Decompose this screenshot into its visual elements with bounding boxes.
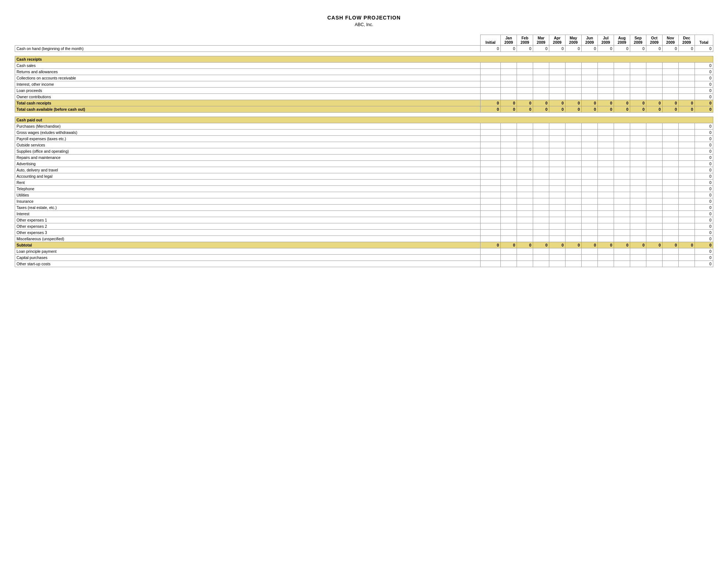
other-exp1-row: Other expenses 1 0 [15,217,713,223]
supplies-label: Supplies (office and operating) [15,148,481,155]
purchases-label: Purchases (Merchandise) [15,123,481,130]
gross-wages-total[interactable]: 0 [695,130,713,136]
dec-col-header: Dec2009 [679,35,695,46]
cash-on-hand-jul[interactable]: 0 [598,46,614,52]
jul-col-header: Jul2009 [598,35,614,46]
cash-on-hand-feb[interactable]: 0 [517,46,533,52]
cash-on-hand-apr[interactable]: 0 [549,46,565,52]
supplies-row: Supplies (office and operating) 0 [15,148,713,155]
misc-total[interactable]: 0 [695,236,713,242]
cash-on-hand-nov[interactable]: 0 [663,46,679,52]
label-col-header [15,35,481,46]
cash-paid-out-section-label: Cash paid out [15,117,713,123]
total-available-label: Total cash available (before cash out) [15,106,481,113]
cash-on-hand-dec[interactable]: 0 [679,46,695,52]
total-receipts-initial[interactable]: 0 [481,100,501,106]
cash-on-hand-jun[interactable]: 0 [582,46,598,52]
taxes-total[interactable]: 0 [695,205,713,211]
collections-total[interactable]: 0 [695,75,713,81]
other-exp2-row: Other expenses 2 0 [15,223,713,230]
interest-income-row: Interest, other income 0 [15,81,713,88]
cash-receipts-header-row: Cash receipts [15,56,713,63]
cash-paid-out-header-row: Cash paid out [15,117,713,123]
insurance-row: Insurance 0 [15,198,713,205]
initial-col-header: Initial [481,35,501,46]
subtotal-label: Subtotal [15,242,481,248]
total-available-total[interactable]: 0 [695,106,713,113]
may-col-header: May2009 [565,35,582,46]
auto-row: Auto, delivery and travel 0 [15,167,713,173]
cash-on-hand-total[interactable]: 0 [695,46,713,52]
repairs-total[interactable]: 0 [695,155,713,161]
taxes-label: Taxes (real estate, etc.) [15,205,481,211]
loan-proceeds-label: Loan proceeds [15,88,481,94]
other-exp1-total[interactable]: 0 [695,217,713,223]
total-receipts-total[interactable]: 0 [695,100,713,106]
cash-receipts-section-label: Cash receipts [15,56,713,63]
auto-total[interactable]: 0 [695,167,713,173]
subtotal-row: Subtotal 0 000 000 000 000 0 [15,242,713,248]
cash-on-hand-initial[interactable]: 0 [481,46,501,52]
cash-on-hand-sep[interactable]: 0 [630,46,646,52]
interest-row: Interest 0 [15,211,713,217]
utilities-label: Utilities [15,192,481,198]
loan-principle-label: Loan principle payment [15,248,481,255]
cash-on-hand-may[interactable]: 0 [565,46,582,52]
utilities-total[interactable]: 0 [695,192,713,198]
interest-total[interactable]: 0 [695,211,713,217]
other-exp3-label: Other expenses 3 [15,230,481,236]
loan-principle-total[interactable]: 0 [695,248,713,255]
other-exp2-total[interactable]: 0 [695,223,713,230]
returns-row: Returns and allowances 0 [15,69,713,75]
telephone-row: Telephone 0 [15,186,713,192]
payroll-label: Payroll expenses (taxes etc.) [15,136,481,142]
repairs-label: Repairs and maintenance [15,155,481,161]
payroll-total[interactable]: 0 [695,136,713,142]
supplies-total[interactable]: 0 [695,148,713,155]
rent-label: Rent [15,180,481,186]
total-available-initial[interactable]: 0 [481,106,501,113]
cash-sales-label: Cash sales [15,63,481,69]
loan-proceeds-total[interactable]: 0 [695,88,713,94]
owner-contributions-total[interactable]: 0 [695,94,713,100]
total-available-row: Total cash available (before cash out) 0… [15,106,713,113]
cash-on-hand-jan[interactable]: 0 [501,46,517,52]
accounting-total[interactable]: 0 [695,173,713,180]
subtotal-total[interactable]: 0 [695,242,713,248]
jun-col-header: Jun2009 [582,35,598,46]
returns-total[interactable]: 0 [695,69,713,75]
cash-sales-initial[interactable] [481,63,501,69]
total-cash-receipts-row: Total cash receipts 0 000 000 000 000 0 [15,100,713,106]
cash-on-hand-oct[interactable]: 0 [646,46,663,52]
misc-label: Miscellaneous (unspecified) [15,236,481,242]
cash-on-hand-aug[interactable]: 0 [614,46,630,52]
interest-label: Interest [15,211,481,217]
collections-label: Collections on accounts receivable [15,75,481,81]
outside-services-total[interactable]: 0 [695,142,713,148]
cash-on-hand-mar[interactable]: 0 [533,46,549,52]
rent-total[interactable]: 0 [695,180,713,186]
capital-purchases-total[interactable]: 0 [695,255,713,261]
insurance-total[interactable]: 0 [695,198,713,205]
cash-on-hand-label: Cash on hand (beginning of the month) [15,46,481,52]
feb-col-header: Feb2009 [517,35,533,46]
mar-col-header: Mar2009 [533,35,549,46]
telephone-total[interactable]: 0 [695,186,713,192]
cash-sales-total[interactable]: 0 [695,63,713,69]
other-exp3-total[interactable]: 0 [695,230,713,236]
startup-costs-total[interactable]: 0 [695,261,713,267]
collections-row: Collections on accounts receivable 0 [15,75,713,81]
interest-income-label: Interest, other income [15,81,481,88]
purchases-total[interactable]: 0 [695,123,713,130]
interest-income-total[interactable]: 0 [695,81,713,88]
sep-col-header: Sep2009 [630,35,646,46]
payroll-row: Payroll expenses (taxes etc.) 0 [15,136,713,142]
advertising-total[interactable]: 0 [695,161,713,167]
subtotal-initial[interactable]: 0 [481,242,501,248]
cashflow-table: Initial Jan2009 Feb2009 Mar2009 Apr2009 … [15,35,713,267]
loan-principle-row: Loan principle payment 0 [15,248,713,255]
owner-contributions-label: Owner contributions [15,94,481,100]
apr-col-header: Apr2009 [549,35,565,46]
accounting-row: Accounting and legal 0 [15,173,713,180]
jan-col-header: Jan2009 [501,35,517,46]
